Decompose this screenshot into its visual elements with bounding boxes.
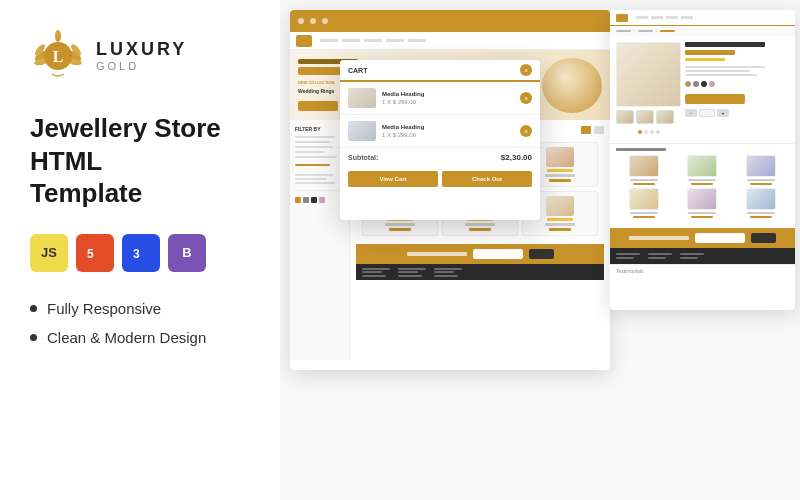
checkout-button[interactable]: Check Out [442,171,532,187]
screenshot-product-detail: > > [610,10,795,310]
ss-prod-main: - + [610,36,795,143]
cart-subtotal: Subtotal: $2,30.00 [340,148,540,167]
cart-close-icon: × [520,64,532,76]
ss-newsletter [356,244,604,264]
cart-item-2: Media Heading 1 X $ 299.00 × [340,115,540,148]
feature-responsive: Fully Responsive [30,300,250,317]
ss-prod-header [610,10,795,26]
cart-item-2-name: Media Heading [382,124,514,130]
ss-footer [356,264,604,280]
badge-css3: 3 [122,234,160,272]
ss-prod-footer [610,248,795,264]
ss-add-to-cart-btn[interactable] [685,94,745,104]
logo-name: LUXURY [96,40,187,60]
features-list: Fully Responsive Clean & Modern Design [30,300,250,346]
badge-html5: 5 [76,234,114,272]
bullet-icon-2 [30,334,37,341]
ss-filter-title: FILTER BY [295,126,344,132]
cart-subtotal-value: $2,30.00 [501,153,532,162]
ss-prod-info: - + [685,42,789,137]
cart-buttons: View Cart Check Out [340,167,540,191]
cart-item-1-name: Media Heading [382,91,514,97]
ss-store-nav [290,32,610,50]
svg-text:5: 5 [87,247,94,261]
logo-area: L LUXURY GOLD [30,28,250,84]
feature-design: Clean & Modern Design [30,329,250,346]
screenshot-cart-popup: CART × Media Heading 1 X $ 299.00 × Medi… [340,60,540,220]
badge-bootstrap: B [168,234,206,272]
svg-point-7 [56,31,61,36]
ss-prod-newsletter [610,228,795,248]
ss-prod-related [610,143,795,222]
logo-sub: GOLD [96,60,187,72]
cart-header: CART × [340,60,540,82]
ss-prod-breadcrumb: > > [610,26,795,36]
cart-item-2-qty: 1 X $ 299.00 [382,132,514,138]
cart-item-1-qty: 1 X $ 299.00 [382,99,514,105]
cart-remove-2-icon: × [520,125,532,137]
cart-subtotal-label: Subtotal: [348,154,378,161]
main-title: Jewellery Store HTMLTemplate [30,112,250,210]
bullet-icon [30,305,37,312]
ss-store-header [290,10,610,32]
view-cart-button[interactable]: View Cart [348,171,438,187]
logo-text: LUXURY GOLD [96,40,187,72]
svg-text:L: L [53,48,64,65]
feature-label: Fully Responsive [47,300,161,317]
cart-item-1: Media Heading 1 X $ 299.00 × [340,82,540,115]
logo-emblem: L [30,28,86,84]
cart-title: CART [348,67,367,74]
ss-prod-images [616,42,681,137]
cart-remove-1-icon: × [520,92,532,104]
tech-badges: JS 5 3 B [30,234,250,272]
feature-label-2: Clean & Modern Design [47,329,206,346]
left-panel: L LUXURY GOLD Jewellery Store HTMLTempla… [0,0,280,500]
badge-js: JS [30,234,68,272]
right-panel: NEW COLLECTION Wedding Rings FILTER BY [280,0,800,500]
ss-testimonials-label: Testimonials [610,264,795,277]
svg-text:3: 3 [133,247,140,261]
